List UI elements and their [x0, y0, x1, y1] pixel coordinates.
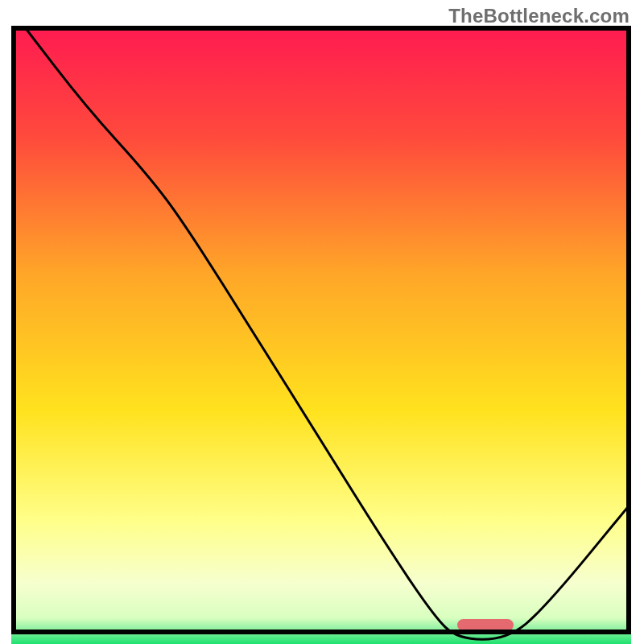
chart-background-gradient	[11, 26, 631, 644]
watermark-text: TheBottleneck.com	[448, 5, 630, 27]
svg-rect-0	[11, 26, 631, 644]
optimal-range-marker	[457, 619, 513, 631]
chart-area	[11, 26, 631, 634]
